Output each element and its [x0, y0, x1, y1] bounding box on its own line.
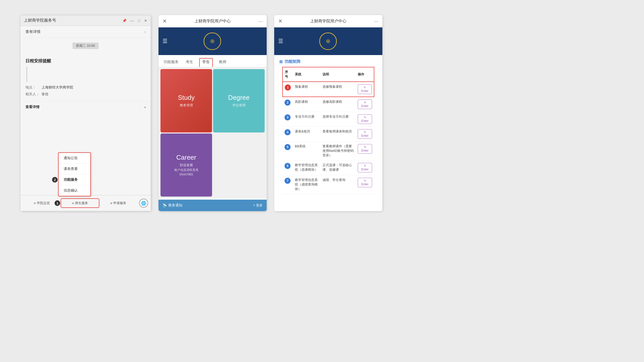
card-career-title: Career [176, 154, 196, 161]
notice-left: 📡 教务通知 [163, 203, 182, 208]
col-num: 序号 [283, 67, 293, 82]
cell-action-1[interactable]: ✎ Enter [356, 82, 374, 97]
panel3-mobile: ✕ 上财商学院用户中心 ··· ☰ ⊕ ⊞ 功能矩阵 序号 系统 [274, 15, 382, 211]
chevron-right-icon: › [144, 30, 146, 34]
logo-area: ⊕ [168, 32, 257, 50]
func-table: 序号 系统 说明 操作 1 预备课程 选修预备课程 ✎ Enter [282, 67, 374, 194]
table-row-4: 4 课表&校历 查看每周课表和校历 ✎ Enter [283, 127, 374, 142]
schedule-section: 日程安排提醒 地点： 上海财经大学商学院 相关人： 非任 [20, 54, 151, 101]
cell-num-3: 3 [283, 112, 293, 127]
tab-teacher[interactable]: 教师 [218, 58, 227, 67]
cell-num-7: 7 [283, 175, 293, 194]
cell-system-5: BB系统 [293, 142, 320, 160]
more-icon-p3[interactable]: ··· [374, 18, 378, 24]
cell-desc-7: 成绩、学分查询 [320, 175, 356, 194]
cell-desc-3: 选择专业方向注册 [320, 112, 356, 127]
dropdown-item-schedule[interactable]: 课表查看 [59, 164, 90, 174]
logo-area-p3: ⊕ [283, 32, 373, 50]
pin-icon[interactable]: 📌 [122, 19, 127, 23]
tab-func-service[interactable]: 功能服务 [163, 58, 180, 67]
close-icon-p2[interactable]: ✕ [163, 18, 167, 24]
num-badge-7: 7 [285, 178, 291, 184]
cell-action-5[interactable]: ✎ Enter [356, 142, 374, 160]
num-badge-3: 3 [285, 114, 291, 120]
panel1-window: 上财商学院服务号 📌 — □ ✕ 查有详情 › 星期二 10:00 日程安排提醒… [20, 15, 151, 211]
dropdown-item-notice[interactable]: 通知公告 [59, 153, 90, 164]
num-badge-2: 2 [285, 100, 291, 106]
panel2-mobile: ✕ 上财商学院用户中心 ··· ☰ ⊕ 功能服务 考生 学生 教师 Study … [158, 15, 267, 211]
enter-btn-7[interactable]: ✎ Enter [358, 178, 372, 187]
notice-more[interactable]: + 更多 [253, 203, 263, 208]
more-icon-p2[interactable]: ··· [258, 18, 263, 24]
col-system: 系统 [293, 67, 320, 82]
location-row: 地点： 上海财经大学商学院 [25, 85, 146, 90]
menu-icon-student: ≡ [72, 201, 74, 205]
footer-btn-apply-label: 申请服务 [113, 201, 126, 205]
footer-btn-apply[interactable]: ≡ 申请服务 [99, 199, 137, 207]
maximize-icon[interactable]: □ [138, 19, 140, 23]
cell-system-3: 专业方向注册 [293, 112, 320, 127]
cell-action-2[interactable]: ✎ Enter [356, 97, 374, 112]
enter-btn-1[interactable]: ✎ Enter [358, 84, 372, 94]
dropdown-item-confirm[interactable]: 信息确认 [59, 185, 90, 196]
tab-exam[interactable]: 考生 [185, 58, 194, 67]
cell-num-1: 1 [283, 82, 293, 97]
card-study[interactable]: Study 教务管理 [160, 69, 212, 132]
cell-action-7[interactable]: ✎ Enter [356, 175, 374, 194]
location-label: 地点： [25, 85, 41, 90]
card-grid: Study 教务管理 Degree 学位管理 Career 职业发展 账户信息请… [158, 67, 267, 199]
globe-icon[interactable]: 🌐 [139, 199, 148, 208]
card-career-subtitle: 职业发展 [180, 163, 193, 167]
row-detail-text: 查有详情 [25, 29, 41, 34]
tab-student[interactable]: 学生 [199, 58, 213, 67]
timestamp-badge: 星期二 10:00 [72, 42, 98, 49]
location-value: 上海财经大学商学院 [42, 85, 73, 89]
footer-btn-student-label: 师生服务 [75, 201, 88, 205]
enter-btn-5[interactable]: ✎ Enter [358, 144, 372, 154]
num-badge-6: 6 [285, 163, 291, 169]
card-career[interactable]: Career 职业发展 账户信息请联系系 65447965 [160, 133, 212, 197]
footer-btn-student[interactable]: 1 ≡ 师生服务 [61, 198, 99, 208]
card-degree[interactable]: Degree 学位管理 [213, 69, 265, 132]
table-row-3: 3 专业方向注册 选择专业方向注册 ✎ Enter [283, 112, 374, 127]
person-row: 相关人： 非任 [25, 92, 146, 97]
enter-btn-4[interactable]: ✎ Enter [358, 129, 372, 139]
person-value: 非任 [42, 92, 49, 96]
cell-num-4: 4 [283, 127, 293, 142]
see-detail-row[interactable]: 查看详情 › [20, 101, 151, 113]
cell-desc-5: 查看教师课件（需要使用NetID账号和密码登录） [320, 142, 356, 160]
window-controls: 📌 — □ ✕ [122, 19, 147, 23]
hamburger-icon-p3[interactable]: ☰ [278, 38, 283, 44]
notice-bar[interactable]: 📡 教务通知 + 更多 [158, 200, 267, 211]
func-table-wrapper: 序号 系统 说明 操作 1 预备课程 选修预备课程 ✎ Enter [274, 67, 382, 198]
cell-num-5: 5 [283, 142, 293, 160]
cell-system-4: 课表&校历 [293, 127, 320, 142]
cell-num-2: 2 [283, 97, 293, 112]
card-study-subtitle: 教务管理 [180, 103, 193, 108]
card-degree-subtitle: 学位管理 [232, 103, 246, 108]
row-detail[interactable]: 查有详情 › [20, 26, 151, 38]
cell-action-4[interactable]: ✎ Enter [356, 127, 374, 142]
table-row-5: 5 BB系统 查看教师课件（需要使用NetID账号和密码登录） ✎ Enter [283, 142, 374, 160]
cell-system-6: 教学管理信息系统（选课模块） [293, 160, 320, 175]
hamburger-icon[interactable]: ☰ [163, 38, 168, 44]
enter-btn-3[interactable]: ✎ Enter [358, 114, 372, 124]
cell-desc-6: 正式选课：可选核心课、选修课 [320, 160, 356, 175]
menu-icon-overview: ≡ [34, 201, 36, 205]
func-matrix-title: ⊞ 功能矩阵 [274, 55, 382, 67]
cell-action-6[interactable]: ✎ Enter [356, 160, 374, 175]
col-action: 操作 [356, 67, 374, 82]
cell-system-2: 高阶课程 [293, 97, 320, 112]
close-icon-p3[interactable]: ✕ [278, 18, 283, 24]
enter-btn-2[interactable]: ✎ Enter [358, 100, 372, 109]
close-icon[interactable]: ✕ [144, 19, 147, 23]
enter-btn-6[interactable]: ✎ Enter [358, 163, 372, 172]
schedule-title: 日程安排提醒 [25, 58, 146, 64]
mobile-topbar: ✕ 上财商学院用户中心 ··· [158, 15, 267, 27]
cell-action-3[interactable]: ✎ Enter [356, 112, 374, 127]
see-detail-text: 查看详情 [25, 105, 39, 109]
footer-btn-overview-label: 学院总览 [37, 201, 50, 205]
panel1-title: 上财商学院服务号 [24, 18, 56, 23]
minimize-icon[interactable]: — [131, 19, 134, 23]
dropdown-item-service[interactable]: 2 功能服务 [59, 174, 90, 185]
